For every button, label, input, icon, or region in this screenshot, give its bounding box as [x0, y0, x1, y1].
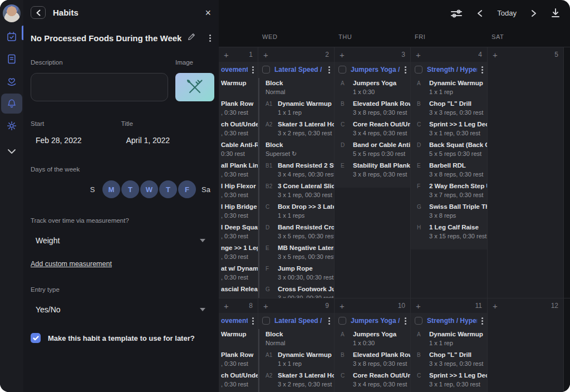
workout-title-link[interactable]: Strength / Hypertro... [427, 317, 477, 325]
exercise-name[interactable]: ch Out/Under [221, 120, 258, 128]
exercise-name[interactable]: Band or Cable Anti Rotati... [353, 141, 410, 149]
sidebar-item-calendar[interactable] [1, 27, 22, 47]
workout-card[interactable]: Lateral Speed / PlyoBlockNormalA1Dynamic… [258, 62, 334, 298]
habit-menu-button[interactable] [209, 37, 211, 39]
exercise-name[interactable]: Chop "L" Drill [429, 351, 487, 359]
sidebar-collapse[interactable] [1, 141, 22, 161]
add-workout-button[interactable]: + [340, 51, 345, 59]
workout-checkbox[interactable] [262, 66, 270, 74]
add-custom-measurement-link[interactable]: Add custom measurement [31, 260, 112, 268]
exercise-name[interactable]: Dynamic Warmup [429, 330, 487, 338]
workout-title-link[interactable]: Jumpers Yoga / Core [351, 66, 400, 74]
exercise-name[interactable]: Chop "L" Drill [429, 100, 487, 107]
exercise-name[interactable]: 1 Leg Calf Raise [429, 223, 487, 231]
workout-title-link[interactable]: Strength / Hypertro... [427, 66, 477, 74]
add-workout-button[interactable]: + [416, 302, 421, 310]
workout-card[interactable]: Strength / Hypertro...ADynamic Warmup1 x… [411, 313, 487, 392]
workout-menu-button[interactable] [328, 320, 330, 322]
description-input[interactable] [31, 73, 168, 101]
exercise-name[interactable]: Plank Row [221, 100, 258, 107]
exercise-name[interactable]: Dynamic Warmup [429, 79, 487, 87]
end-date-value[interactable]: April 1, 2022 [126, 136, 212, 145]
add-workout-button[interactable]: + [340, 302, 345, 310]
sidebar-item-notes[interactable] [1, 49, 22, 69]
exercise-name[interactable]: Cable Anti-Rotati... [221, 141, 258, 149]
exercise-name[interactable]: Jumpers Yoga [353, 330, 410, 338]
exercise-name[interactable]: Skater 3 Lateral Hops >> ... [278, 371, 334, 379]
exercise-name[interactable]: nge >> 1 Leg St... [221, 244, 258, 252]
add-workout-button[interactable]: + [263, 302, 268, 310]
template-checkbox[interactable] [31, 333, 41, 343]
workout-card[interactable]: Strength / Hypertro...ADynamic Warmup1 x… [411, 62, 487, 249]
exercise-name[interactable]: l Hip Bridge w/ ... [221, 203, 258, 210]
workout-menu-button[interactable] [481, 320, 483, 322]
exercise-name[interactable]: Back Squat (Back Off Set) [429, 141, 487, 149]
workout-menu-button[interactable] [328, 69, 330, 71]
exercise-name[interactable]: Swiss Ball Triple Threat [429, 203, 487, 210]
workout-card[interactable]: Jumpers Yoga / CoreAJumpers Yoga1 x 0:30… [335, 313, 410, 392]
edit-icon[interactable] [187, 32, 196, 43]
workout-menu-button[interactable] [252, 320, 254, 322]
exercise-name[interactable]: Barbell RDL [429, 161, 487, 169]
add-workout-button[interactable]: + [224, 51, 229, 59]
habit-image[interactable] [175, 73, 214, 101]
sidebar-item-settings[interactable] [1, 116, 22, 136]
exercise-name[interactable]: Jump Rope [278, 264, 334, 272]
entry-type-select[interactable]: Yes/No [23, 293, 219, 314]
exercise-name[interactable]: 2 Way Bench Step Up [429, 182, 487, 190]
workout-menu-button[interactable] [481, 69, 483, 71]
chevron-right-icon[interactable] [531, 9, 537, 17]
sidebar-item-notifications[interactable] [1, 94, 22, 114]
exercise-name[interactable]: Jumpers Yoga [353, 79, 410, 87]
exercise-name[interactable]: Sprint >> 1 Leg Declarations [429, 371, 487, 379]
exercise-name[interactable]: Elevated Plank Row [353, 351, 410, 359]
exercise-name[interactable]: Dynamic Warmup [278, 100, 334, 107]
exercise-name[interactable]: Elevated Plank Row [353, 100, 410, 107]
exercise-name[interactable]: Band Resisted Crossover... [278, 223, 334, 231]
workout-checkbox[interactable] [338, 66, 346, 74]
workout-checkbox[interactable] [338, 317, 346, 325]
chevron-left-icon[interactable] [477, 9, 483, 17]
workout-title-link[interactable]: ovement Q... [221, 66, 248, 74]
workout-title-link[interactable]: Jumpers Yoga / Core [351, 317, 400, 325]
day-toggle-t[interactable]: T [159, 180, 177, 198]
add-workout-button[interactable]: + [493, 51, 498, 59]
exercise-name[interactable]: ch Out/Under [221, 371, 258, 379]
workout-title-link[interactable]: ovement Q... [221, 317, 248, 325]
exercise-name[interactable]: Stability Ball Plank Linear ... [353, 161, 410, 169]
add-workout-button[interactable]: + [263, 51, 268, 59]
start-date-value[interactable]: Feb 28, 2022 [36, 136, 121, 145]
day-toggle-t[interactable]: T [121, 180, 139, 198]
exercise-name[interactable]: Warmup [221, 330, 258, 338]
day-toggle-m[interactable]: M [102, 180, 120, 198]
exercise-name[interactable]: at w/ Dynamic P... [221, 264, 258, 272]
exercise-name[interactable]: Skater 3 Lateral Hops >> ... [278, 120, 334, 128]
back-button[interactable] [31, 6, 46, 19]
exercise-name[interactable]: Warmup [221, 79, 258, 87]
exercise-name[interactable]: Dynamic Warmup [278, 351, 334, 359]
exercise-name[interactable]: Plank Row [221, 351, 258, 359]
add-workout-button[interactable]: + [493, 302, 498, 310]
day-toggle-w[interactable]: W [140, 180, 158, 198]
day-toggle-sa[interactable]: Sa [197, 180, 215, 198]
workout-menu-button[interactable] [405, 69, 406, 71]
add-workout-button[interactable]: + [416, 51, 421, 59]
sidebar-item-health[interactable] [1, 71, 22, 91]
exercise-name[interactable]: 3 Cone Lateral Slide [278, 182, 334, 190]
exercise-name[interactable]: Cross Footwork Jump Rope [278, 285, 334, 293]
close-icon[interactable]: × [205, 8, 211, 18]
workout-menu-button[interactable] [405, 320, 406, 322]
day-toggle-s[interactable]: S [83, 180, 101, 198]
exercise-name[interactable]: Band Resisted 2 Step Late... [278, 161, 334, 169]
exercise-name[interactable]: MB Negative Lateral Hop... [278, 244, 334, 252]
exercise-name[interactable]: Box Drop >> 3 Lateral H... [278, 203, 334, 210]
day-toggle-f[interactable]: F [178, 180, 196, 198]
workout-checkbox[interactable] [262, 317, 270, 325]
workout-card[interactable]: Jumpers Yoga / CoreAJumpers Yoga1 x 0:30… [335, 62, 410, 188]
download-icon[interactable] [551, 8, 560, 18]
exercise-name[interactable]: Core Reach Out/Under [353, 371, 410, 379]
filter-icon[interactable] [450, 8, 463, 18]
exercise-name[interactable]: Core Reach Out/Under [353, 120, 410, 128]
workout-card[interactable]: Lateral Speed / PlyoBlockNormalA1Dynamic… [258, 313, 334, 392]
measurement-select[interactable]: Weight [23, 224, 219, 245]
